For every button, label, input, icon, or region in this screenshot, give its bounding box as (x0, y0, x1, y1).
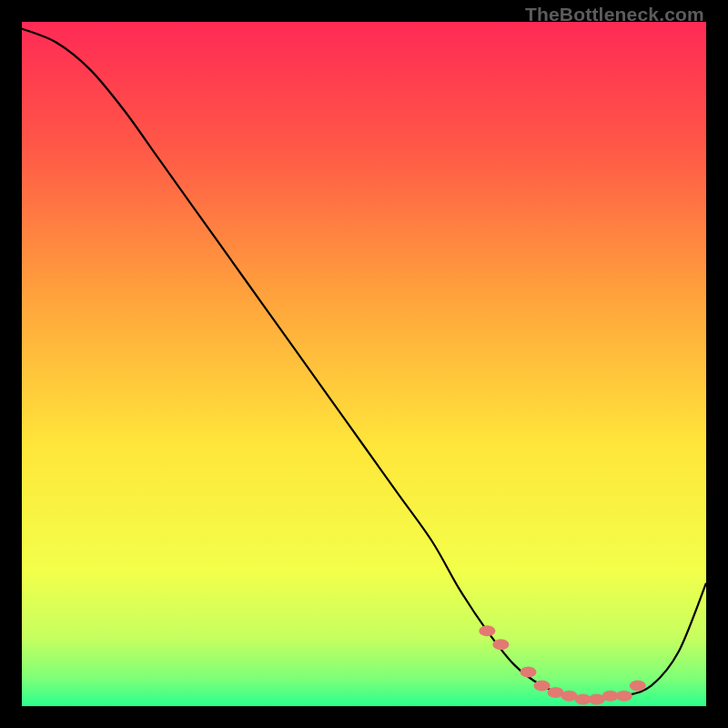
chart-container: TheBottleneck.com (0, 0, 728, 728)
watermark-text: TheBottleneck.com (525, 4, 704, 25)
plot-area (22, 22, 706, 706)
gradient-background (22, 22, 706, 706)
svg-rect-0 (22, 22, 706, 706)
